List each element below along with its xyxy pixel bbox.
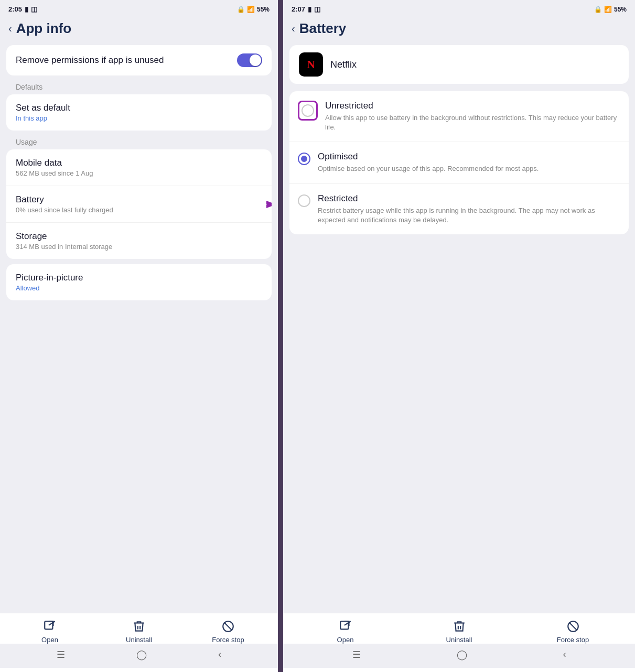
netflix-app-row: N Netflix xyxy=(289,45,629,84)
right-status-bar: 2:07 ▮ ◫ 🔒 📶 55% xyxy=(283,0,635,16)
right-status-right: 🔒 📶 55% xyxy=(594,6,627,13)
left-status-bar: 2:05 ▮ ◫ 🔒 📶 55% xyxy=(0,0,278,16)
right-back-arrow[interactable]: ‹ xyxy=(292,23,295,35)
set-default-sub: In this app xyxy=(16,114,262,122)
remove-permissions-row: Remove permissions if app is unused xyxy=(16,53,262,67)
left-time: 2:05 xyxy=(8,5,22,13)
defaults-card: Set as default In this app xyxy=(6,94,272,131)
usage-section-label: Usage xyxy=(16,138,262,146)
right-nav-recents[interactable]: ☰ xyxy=(352,649,361,660)
optimised-desc: Optimise based on your usage of this app… xyxy=(318,164,539,174)
right-phone-panel: 2:07 ▮ ◫ 🔒 📶 55% ‹ Battery N Netflix Un xyxy=(283,0,635,672)
left-force-stop-button[interactable]: Force stop xyxy=(207,620,249,644)
right-gallery-icon: ◫ xyxy=(314,5,320,13)
open-icon xyxy=(43,620,57,633)
netflix-app-name: Netflix xyxy=(330,59,357,70)
optimised-title: Optimised xyxy=(318,151,539,162)
right-bottom-bar: Open Uninstall Force stop ☰ xyxy=(283,613,635,672)
mobile-data-title: Mobile data xyxy=(16,158,262,168)
right-nav-back[interactable]: ‹ xyxy=(563,649,566,660)
unrestricted-option[interactable]: Unrestricted Allow this app to use batte… xyxy=(289,91,629,142)
remove-permissions-label: Remove permissions if app is unused xyxy=(16,54,164,67)
unrestricted-radio-highlight xyxy=(298,101,318,121)
right-nav-bar: ☰ ◯ ‹ xyxy=(283,644,635,668)
left-gallery-icon: ◫ xyxy=(31,5,37,13)
unrestricted-title: Unrestricted xyxy=(325,101,620,111)
left-uninstall-label: Uninstall xyxy=(126,636,152,644)
left-status-right: 🔒 📶 55% xyxy=(237,6,270,13)
right-spacer xyxy=(283,234,635,613)
right-status-left: 2:07 ▮ ◫ xyxy=(292,5,320,13)
optimised-option[interactable]: Optimised Optimise based on your usage o… xyxy=(289,142,629,183)
left-content-area: Remove permissions if app is unused Defa… xyxy=(0,45,278,613)
left-status-left: 2:05 ▮ ◫ xyxy=(8,5,37,13)
svg-line-2 xyxy=(224,622,232,630)
unrestricted-desc: Allow this app to use battery in the bac… xyxy=(325,113,620,132)
right-force-stop-button[interactable]: Force stop xyxy=(552,620,594,644)
restricted-title: Restricted xyxy=(318,193,620,204)
panel-divider xyxy=(278,0,283,672)
left-bottom-bar: Open Uninstall Force stop ☰ xyxy=(0,613,278,672)
right-force-stop-icon xyxy=(566,620,580,633)
unrestricted-option-text: Unrestricted Allow this app to use batte… xyxy=(325,101,620,132)
battery-options-card: Unrestricted Allow this app to use batte… xyxy=(289,91,629,234)
right-nav-home[interactable]: ◯ xyxy=(457,649,467,660)
right-page-title: Battery xyxy=(299,20,347,37)
battery-item[interactable]: Battery 0% used since last fully charged xyxy=(6,186,272,223)
left-lock-icon: 🔒 xyxy=(237,6,245,13)
restricted-desc: Restrict battery usage while this app is… xyxy=(318,206,620,225)
restricted-option[interactable]: Restricted Restrict battery usage while … xyxy=(289,184,629,234)
force-stop-icon xyxy=(221,620,235,633)
left-nav-home[interactable]: ◯ xyxy=(136,649,147,660)
usage-card: Mobile data 562 MB used since 1 Aug Batt… xyxy=(6,149,272,259)
right-open-button[interactable]: Open xyxy=(325,620,367,644)
unrestricted-radio xyxy=(302,104,314,117)
right-open-icon xyxy=(339,620,352,633)
set-default-title: Set as default xyxy=(16,103,262,113)
storage-item[interactable]: Storage 314 MB used in Internal storage xyxy=(6,223,272,259)
uninstall-icon xyxy=(132,620,146,633)
right-wifi-icon: 📶 xyxy=(604,6,612,13)
left-nav-recents[interactable]: ☰ xyxy=(57,649,65,660)
left-open-label: Open xyxy=(41,636,58,644)
right-force-stop-label: Force stop xyxy=(557,636,589,644)
right-time: 2:07 xyxy=(292,5,305,13)
left-page-header: ‹ App info xyxy=(0,16,278,45)
mobile-data-item[interactable]: Mobile data 562 MB used since 1 Aug xyxy=(6,149,272,186)
restricted-option-text: Restricted Restrict battery usage while … xyxy=(318,193,620,225)
pip-title: Picture-in-picture xyxy=(16,273,262,283)
left-signal-icon: ▮ xyxy=(25,5,28,13)
remove-permissions-toggle[interactable] xyxy=(237,53,262,67)
left-back-arrow[interactable]: ‹ xyxy=(8,23,12,35)
right-page-header: ‹ Battery xyxy=(283,16,635,45)
battery-sub: 0% used since last fully charged xyxy=(16,206,262,214)
svg-line-5 xyxy=(569,622,577,630)
left-wifi-icon: 📶 xyxy=(247,6,255,13)
restricted-radio xyxy=(298,194,310,207)
right-uninstall-button[interactable]: Uninstall xyxy=(438,620,480,644)
storage-sub: 314 MB used in Internal storage xyxy=(16,243,262,251)
pip-card: Picture-in-picture Allowed xyxy=(6,264,272,300)
left-battery-pct: 55% xyxy=(257,6,270,13)
set-default-item[interactable]: Set as default In this app xyxy=(6,94,272,131)
netflix-app-icon: N xyxy=(299,52,323,77)
right-battery-pct: 55% xyxy=(614,6,627,13)
left-uninstall-button[interactable]: Uninstall xyxy=(118,620,160,644)
left-nav-back[interactable]: ‹ xyxy=(218,649,221,660)
right-uninstall-icon xyxy=(453,620,466,633)
left-open-button[interactable]: Open xyxy=(29,620,71,644)
storage-title: Storage xyxy=(16,231,262,242)
pip-sub: Allowed xyxy=(16,284,262,292)
left-nav-bar: ☰ ◯ ‹ xyxy=(0,644,278,668)
right-open-label: Open xyxy=(337,636,354,644)
battery-title: Battery xyxy=(16,194,262,205)
right-uninstall-label: Uninstall xyxy=(446,636,472,644)
right-signal-icon: ▮ xyxy=(308,5,311,13)
right-lock-icon: 🔒 xyxy=(594,6,602,13)
pip-item[interactable]: Picture-in-picture Allowed xyxy=(6,264,272,300)
defaults-section-label: Defaults xyxy=(16,83,262,91)
right-bottom-actions: Open Uninstall Force stop xyxy=(283,620,635,644)
left-force-stop-label: Force stop xyxy=(212,636,244,644)
optimised-option-text: Optimised Optimise based on your usage o… xyxy=(318,151,539,174)
remove-permissions-card: Remove permissions if app is unused xyxy=(6,45,272,75)
